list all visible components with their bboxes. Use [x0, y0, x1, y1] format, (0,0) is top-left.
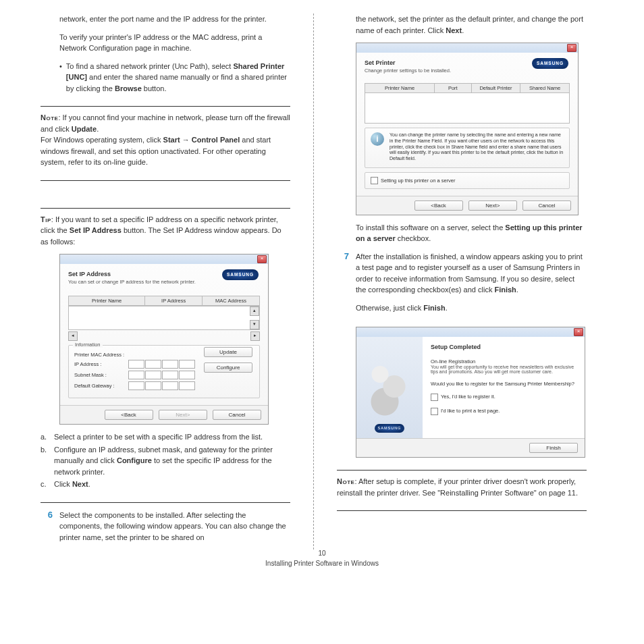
- left-graphic-panel: SAMSUNG: [356, 337, 423, 438]
- t: To install this software on a server, se…: [356, 223, 505, 232]
- back-button[interactable]: <Back: [105, 410, 153, 420]
- t: Configure: [117, 456, 152, 464]
- t: checkbox.: [396, 234, 431, 242]
- sub-c: Click Next.: [54, 479, 90, 490]
- ip-input[interactable]: [128, 360, 195, 369]
- tip-label: Tip: [41, 215, 51, 223]
- printer-list[interactable]: [365, 93, 570, 124]
- close-icon[interactable]: ×: [567, 44, 576, 52]
- t: Finish: [494, 286, 516, 294]
- t: Set IP Address: [70, 226, 122, 234]
- t: .: [516, 286, 518, 294]
- t: Control Panel: [192, 136, 240, 144]
- t: For Windows operating system, click: [41, 136, 163, 144]
- rule: [41, 502, 290, 503]
- t: and enter the shared name manually or fi…: [66, 73, 287, 92]
- close-icon[interactable]: ×: [574, 328, 583, 336]
- close-icon[interactable]: ×: [257, 255, 267, 263]
- cancel-button[interactable]: Cancel: [213, 410, 261, 420]
- button-row: Finish: [356, 438, 585, 457]
- note-label: Note: [337, 477, 354, 485]
- scroll-down-icon[interactable]: ▾: [250, 320, 259, 329]
- info-box: i You can change the printer name by sel…: [365, 128, 570, 168]
- titlebar: ×: [356, 327, 585, 337]
- samsung-logo: SAMSUNG: [532, 58, 568, 69]
- note-reinstall: Note: After setup is complete, if your p…: [337, 476, 587, 498]
- finish-button[interactable]: Finish: [529, 443, 578, 453]
- online-reg-title: On-line Registration: [431, 358, 576, 365]
- printer-listbox[interactable]: ▴ ▾: [68, 306, 260, 330]
- register-checkbox[interactable]: [431, 394, 438, 401]
- scroll-up-icon[interactable]: ▴: [250, 306, 259, 316]
- para-verify: To verify your printer's IP address or t…: [59, 32, 290, 54]
- let-a: a.: [41, 431, 50, 443]
- step-body: Select the components to be installed. A…: [59, 510, 290, 543]
- rule: [337, 510, 587, 511]
- note-label: Note: [41, 113, 58, 122]
- button-row: <Back Next> Cancel: [356, 196, 578, 215]
- col-shared: Shared Name: [520, 84, 570, 93]
- samsung-logo: SAMSUNG: [222, 269, 259, 280]
- substeps: a.Select a printer to be set with a spec…: [41, 431, 290, 490]
- next-button[interactable]: Next>: [468, 200, 517, 211]
- rule: [41, 180, 290, 181]
- info-icon: i: [371, 132, 384, 146]
- para-otherwise: Otherwise, just click Finish.: [356, 302, 587, 314]
- rule: [337, 470, 587, 471]
- printer-table-header: Printer Name Port Default Printer Shared…: [365, 83, 570, 93]
- col-mac-address: MAC Address: [203, 296, 260, 306]
- t: To find a shared network printer (Unc Pa…: [66, 62, 234, 70]
- let-b: b.: [41, 444, 50, 478]
- t: Otherwise, just click: [356, 304, 423, 312]
- cancel-button[interactable]: Cancel: [522, 200, 571, 211]
- next-button[interactable]: Next>: [159, 410, 207, 420]
- right-column: the network, set the printer as the defa…: [337, 14, 587, 549]
- lbl-ip: IP Address :: [74, 361, 128, 367]
- online-reg-desc: You will get the opportunity to receive …: [431, 365, 576, 374]
- testpage-checkbox[interactable]: [431, 408, 438, 415]
- page-footer: 10 Installing Printer Software in Window…: [0, 548, 644, 568]
- let-c: c.: [41, 479, 50, 490]
- col-name: Printer Name: [365, 84, 435, 93]
- step-6: 6 Select the components to be installed.…: [41, 510, 290, 543]
- group-label: Information: [73, 342, 103, 348]
- people-graphic: [366, 359, 413, 420]
- t: : After setup is complete, if your print…: [337, 477, 578, 497]
- lbl-subnet: Subnet Mask :: [74, 372, 128, 378]
- lbl-mac: Printer MAC Address :: [74, 352, 128, 358]
- step-number: 6: [41, 510, 53, 543]
- info-text: You can change the printer name by selec…: [390, 132, 564, 162]
- dlg-title: Setup Completed: [431, 344, 576, 350]
- t: Next: [446, 26, 462, 34]
- bullet-shared-printer: • To find a shared network printer (Unc …: [59, 61, 290, 95]
- testpage-label: I'd like to print a test page.: [441, 408, 500, 414]
- page: network, enter the port name and the IP …: [0, 0, 644, 576]
- t: button.: [142, 84, 167, 92]
- button-row: <Back Next> Cancel: [60, 405, 268, 424]
- para-network: network, enter the port name and the IP …: [59, 14, 290, 25]
- scroll-right-icon[interactable]: ▸: [250, 331, 260, 341]
- note-firewall: Note: If you cannot find your machine in…: [41, 112, 290, 168]
- screenshot-set-printer: × SAMSUNG Set Printer Change printer set…: [356, 43, 579, 215]
- configure-button[interactable]: Configure: [204, 363, 252, 373]
- screenshot-set-ip: × SAMSUNG Set IP Address You can set or …: [59, 254, 269, 425]
- server-checkbox[interactable]: [371, 177, 378, 184]
- register-label: Yes, I'd like to register it.: [441, 394, 495, 400]
- footer-text: Installing Printer Software in Windows: [265, 560, 379, 567]
- step-7: 7 After the installation is finished, a …: [337, 251, 587, 321]
- step-number: 7: [337, 251, 349, 321]
- server-check-label: Setting up this printer on a server: [381, 177, 455, 183]
- bullet-dot: •: [59, 61, 62, 95]
- t: .: [446, 304, 448, 312]
- t: Finish: [423, 304, 445, 312]
- t: the network, set the printer as the defa…: [356, 15, 583, 34]
- tip-set-ip: Tip: If you want to set a specific IP ad…: [41, 214, 290, 248]
- ip-table-header: Printer Name IP Address MAC Address: [68, 296, 260, 306]
- gateway-input[interactable]: [128, 381, 195, 390]
- back-button[interactable]: <Back: [414, 200, 463, 211]
- sub-a: Select a printer to be set with a specif…: [54, 431, 263, 443]
- subnet-input[interactable]: [128, 371, 195, 379]
- scroll-left-icon[interactable]: ◂: [68, 331, 78, 341]
- col-ip-address: IP Address: [145, 296, 203, 306]
- update-button[interactable]: Update: [204, 347, 252, 357]
